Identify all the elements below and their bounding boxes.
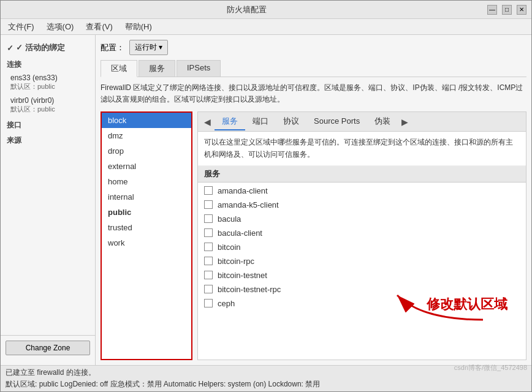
close-button[interactable]: ✕ [517, 5, 526, 15]
service-label-amanda-client: amanda-client [218, 186, 268, 195]
service-label-bitcoin: bitcoin [218, 243, 241, 252]
tab-service[interactable]: 服务 [139, 60, 175, 77]
service-checkbox-bacula[interactable] [204, 214, 213, 223]
binding-header: ✓ ✓ 活动的绑定 [1, 40, 95, 56]
service-label-ceph: ceph [218, 299, 235, 308]
service-checkbox-amanda-client[interactable] [204, 186, 213, 195]
service-label-bacula-client: bacula-client [218, 228, 262, 238]
service-label-bitcoin-testnet-rpc: bitcoin-testnet-rpc [218, 285, 281, 294]
menu-help[interactable]: 帮助(H) [120, 20, 157, 34]
service-tab-source-ports[interactable]: Source Ports [306, 114, 367, 129]
menu-options[interactable]: 选项(O) [42, 20, 79, 34]
zone-item-work[interactable]: work [102, 235, 191, 251]
maximize-button[interactable]: □ [502, 5, 512, 15]
sidebar-connection-virbr0[interactable]: virbr0 (virbr0) 默认区：public [1, 94, 95, 116]
service-checkbox-bitcoin-rpc[interactable] [204, 257, 213, 265]
sidebar-connection-ens33[interactable]: ens33 (ens33) 默认区：public [1, 71, 95, 94]
connection-virbr0-zone: 默认区：public [10, 105, 85, 114]
status-line1: 已建立至 firewalld 的连接。 [6, 368, 526, 378]
title-bar: 防火墙配置 — □ ✕ [1, 1, 531, 19]
nav-left-arrow[interactable]: ◀ [200, 116, 215, 128]
zone-item-external[interactable]: external [102, 159, 191, 174]
config-bar: 配置： 运行时 ▾ [101, 40, 526, 55]
menu-bar: 文件(F) 选项(O) 查看(V) 帮助(H) [1, 19, 531, 35]
service-tab-protocols[interactable]: 协议 [276, 113, 306, 130]
service-description: 可以在这里定义区域中哪些服务是可信的。可连接至绑定到这个区域的连接、接口和源的所… [198, 132, 526, 165]
zone-item-dmz[interactable]: dmz [102, 128, 191, 143]
service-checkbox-bitcoin[interactable] [204, 243, 213, 251]
change-zone-button[interactable]: Change Zone [6, 341, 90, 355]
connection-virbr0-name: virbr0 (virbr0) [10, 96, 85, 105]
zone-item-block[interactable]: block [102, 113, 191, 128]
source-label: 来源 [1, 132, 95, 147]
service-checkbox-bitcoin-testnet-rpc[interactable] [204, 285, 213, 293]
service-label-bitcoin-testnet: bitcoin-testnet [218, 271, 267, 280]
interface-label: 接口 [1, 116, 95, 132]
list-item: bitcoin-testnet [198, 268, 526, 282]
service-list-header: 服务 [198, 166, 526, 183]
tab-zone[interactable]: 区域 [101, 60, 137, 77]
menu-view[interactable]: 查看(V) [81, 20, 117, 34]
service-checkbox-ceph[interactable] [204, 299, 213, 307]
service-tab-ports[interactable]: 端口 [245, 113, 276, 130]
list-item: bitcoin [198, 240, 526, 254]
status-bar: 已建立至 firewalld 的连接。 默认区域: public LogDeni… [1, 365, 531, 391]
service-tabs: ◀ 服务 端口 协议 Source Ports 伪装 ▶ [198, 112, 526, 132]
zone-item-internal[interactable]: internal [102, 189, 191, 205]
sidebar-bottom: Change Zone [1, 335, 95, 360]
list-item: bacula [198, 212, 526, 226]
list-item: bitcoin-rpc [198, 254, 526, 268]
service-list: amanda-client amanda-k5-client bacula [198, 183, 526, 360]
status-line2: 默认区域: public LogDenied: off 应急模式：禁用 Auto… [6, 379, 526, 390]
zone-content: block dmz drop external home internal pu… [101, 111, 526, 360]
list-item: bacula-client [198, 226, 526, 240]
tab-ipsets[interactable]: IPSets [177, 60, 221, 77]
minimize-button[interactable]: — [487, 5, 497, 15]
service-tab-masquerade[interactable]: 伪装 [367, 113, 398, 130]
main-content: ✓ ✓ 活动的绑定 连接 ens33 (ens33) 默认区：public vi… [1, 35, 531, 365]
zone-item-home[interactable]: home [102, 174, 191, 189]
service-checkbox-bitcoin-testnet[interactable] [204, 271, 213, 279]
right-panel: 配置： 运行时 ▾ 区域 服务 IPSets FirewallD 区域定义了绑定… [96, 35, 531, 365]
window-title: 防火墙配置 [6, 4, 487, 15]
list-item: ceph [198, 296, 526, 311]
watermark: csdn博客/微信_4572498 [454, 363, 527, 372]
zone-item-trusted[interactable]: trusted [102, 220, 191, 235]
list-item: bitcoin-testnet-rpc [198, 282, 526, 296]
list-item: amanda-k5-client [198, 198, 526, 212]
service-label-amanda-k5-client: amanda-k5-client [218, 200, 279, 209]
service-label-bacula: bacula [218, 214, 241, 224]
main-tabs: 区域 服务 IPSets [101, 60, 526, 77]
connection-label: 连接 [1, 56, 95, 71]
nav-right-arrow[interactable]: ▶ [398, 116, 412, 128]
service-checkbox-amanda-k5-client[interactable] [204, 200, 213, 209]
service-label-bitcoin-rpc: bitcoin-rpc [218, 257, 254, 266]
list-item: amanda-client [198, 184, 526, 198]
menu-file[interactable]: 文件(F) [3, 20, 39, 34]
config-dropdown[interactable]: 运行时 ▾ [129, 40, 168, 55]
window-controls: — □ ✕ [487, 5, 526, 15]
connection-ens33-zone: 默认区：public [10, 82, 85, 91]
sidebar: ✓ ✓ 活动的绑定 连接 ens33 (ens33) 默认区：public vi… [1, 35, 96, 365]
service-checkbox-bacula-client[interactable] [204, 228, 213, 237]
zone-item-public[interactable]: public [102, 205, 191, 220]
zone-list: block dmz drop external home internal pu… [101, 111, 192, 360]
service-tab-services[interactable]: 服务 [215, 113, 245, 130]
binding-label: ✓ 活动的绑定 [16, 42, 65, 53]
zone-item-drop[interactable]: drop [102, 143, 191, 159]
config-label: 配置： [101, 42, 124, 53]
connection-ens33-name: ens33 (ens33) [10, 74, 85, 82]
zone-description: FirewallD 区域定义了绑定的网络连接、接口以及源地址的可信程度。区域是服… [101, 82, 526, 105]
main-window: 防火墙配置 — □ ✕ 文件(F) 选项(O) 查看(V) 帮助(H) ✓ ✓ … [0, 0, 532, 392]
service-panel: ◀ 服务 端口 协议 Source Ports 伪装 ▶ 可以在这里定义区域中哪… [197, 111, 526, 360]
check-icon: ✓ [7, 43, 13, 53]
